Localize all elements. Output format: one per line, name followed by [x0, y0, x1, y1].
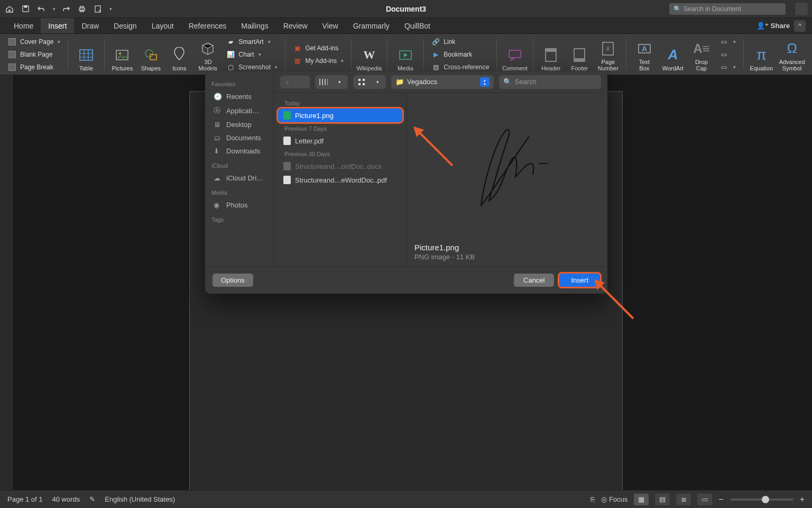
print-icon[interactable]	[77, 4, 87, 14]
outline-view[interactable]: ≣	[676, 494, 691, 505]
image-file-icon	[283, 111, 291, 120]
tab-review[interactable]: Review	[276, 18, 315, 33]
sidebar-item-photos[interactable]: ◉Photos	[210, 199, 268, 211]
tab-view[interactable]: View	[315, 18, 346, 33]
search-in-document[interactable]: 🔍 Search in Document	[669, 3, 786, 15]
focus-mode[interactable]: ◎Focus	[601, 495, 628, 503]
undo-icon[interactable]	[36, 4, 47, 14]
web-layout-view[interactable]: ▤	[655, 494, 670, 505]
grid-view-button[interactable]	[354, 76, 369, 88]
my-addins-button[interactable]: ▦My Add-ins▾	[291, 55, 346, 67]
page-break-button[interactable]: Page Break	[5, 61, 62, 73]
undo-dropdown-icon[interactable]: ▾	[53, 6, 56, 12]
updown-icon: ▴▾	[480, 77, 490, 87]
home-icon[interactable]	[4, 4, 15, 14]
wikipedia-icon: W	[360, 46, 378, 64]
collapse-ribbon-icon[interactable]: ^	[794, 20, 806, 32]
dialog-search-field[interactable]: 🔍 Search	[499, 75, 602, 89]
tab-mailings[interactable]: Mailings	[234, 18, 275, 33]
cover-page-button[interactable]: Cover Page▾	[5, 36, 62, 48]
file-row-letter[interactable]: Letter.pdf	[278, 134, 402, 148]
table-button[interactable]: Table	[73, 36, 99, 72]
smartart-button[interactable]: ▰SmartArt▾	[224, 36, 280, 48]
cancel-button[interactable]: Cancel	[514, 274, 554, 287]
3d-models-icon	[199, 40, 217, 58]
spellcheck-icon[interactable]: ✎	[89, 495, 95, 503]
nav-forward-button[interactable]: ›	[295, 76, 310, 88]
presence-icon[interactable]	[795, 3, 808, 15]
column-view-button[interactable]	[316, 76, 331, 88]
sidebar-item-recents[interactable]: 🕘Recents	[210, 90, 268, 103]
preview-metadata: PNG image - 11 KB	[414, 253, 600, 261]
symbol-button[interactable]: ΩAdvanced Symbol	[777, 36, 807, 72]
dialog-toolbar: ‹ › ▾ ▾ 📁 Vegadocs ▴▾ 🔍	[274, 71, 607, 93]
sidebar-item-downloads[interactable]: ⬇Downloads	[210, 145, 268, 157]
sidebar-item-documents[interactable]: 🗂Documents	[210, 132, 268, 144]
3d-models-button[interactable]: 3D Models	[195, 36, 220, 72]
tab-quillbot[interactable]: QuillBot	[397, 18, 438, 33]
file-row-picture1[interactable]: Picture1.png	[278, 108, 402, 122]
chart-button[interactable]: 📊Chart▾	[224, 49, 280, 60]
header-button[interactable]: Header	[538, 36, 564, 72]
bookmark-button[interactable]: ▶Bookmark	[429, 49, 491, 60]
grouping-dropdown[interactable]: ▾	[370, 76, 385, 88]
date-time-button[interactable]: ▭	[717, 49, 738, 60]
tab-home[interactable]: Home	[6, 18, 41, 33]
language-indicator[interactable]: English (United States)	[105, 495, 175, 503]
shapes-button[interactable]: Shapes	[138, 36, 163, 72]
print-layout-view[interactable]: ▦	[634, 494, 649, 505]
xref-icon: ▤	[431, 62, 440, 72]
wikipedia-button[interactable]: WWikipedia	[356, 36, 382, 72]
shapes-icon	[142, 46, 160, 64]
page-number-button[interactable]: #Page Number	[595, 36, 621, 72]
wordart-button[interactable]: AWordArt	[660, 36, 686, 72]
link-button[interactable]: 🔗Link	[429, 36, 491, 48]
sidebar-item-desktop[interactable]: 🖥Desktop	[210, 119, 268, 131]
smartart-icon: ▰	[226, 37, 235, 47]
sidebar-item-applications[interactable]: ⒶApplicati…	[210, 104, 268, 117]
drop-cap-button[interactable]: A≡Drop Cap	[689, 36, 714, 72]
tab-layout[interactable]: Layout	[144, 18, 181, 33]
get-addins-button[interactable]: ▣Get Add-ins	[291, 42, 346, 54]
zoom-out-button[interactable]: −	[718, 495, 723, 504]
text-box-button[interactable]: AText Box	[632, 36, 657, 72]
tab-draw[interactable]: Draw	[74, 18, 106, 33]
footer-icon	[570, 46, 588, 64]
icons-button[interactable]: Icons	[167, 36, 192, 72]
svg-text:#: #	[607, 46, 610, 52]
insert-button[interactable]: Insert	[559, 274, 600, 287]
signature-line-button[interactable]: ▭▾	[717, 36, 738, 48]
tab-insert[interactable]: Insert	[41, 18, 74, 33]
options-button[interactable]: Options	[213, 274, 253, 287]
draft-view[interactable]: ▭	[697, 494, 712, 505]
redo-icon[interactable]	[61, 4, 71, 14]
zoom-slider[interactable]	[730, 498, 793, 501]
template-icon[interactable]	[93, 4, 103, 14]
tab-references[interactable]: References	[181, 18, 234, 33]
word-count[interactable]: 40 words	[52, 495, 80, 503]
zoom-in-button[interactable]: +	[800, 495, 805, 504]
location-popup[interactable]: 📁 Vegadocs ▴▾	[391, 75, 494, 89]
qat-customize-icon[interactable]: ▾	[109, 6, 112, 12]
file-row-pdf2[interactable]: Structureand…eWordDoc..pdf	[278, 173, 402, 187]
link-icon: 🔗	[431, 37, 440, 47]
nav-back-button[interactable]: ‹	[280, 76, 295, 88]
comment-button[interactable]: Comment	[502, 36, 528, 72]
file-row-docx[interactable]: Structureand…ordDoc..docx	[278, 159, 402, 173]
vertical-ruler[interactable]	[0, 75, 14, 490]
tab-grammarly[interactable]: Grammarly	[346, 18, 397, 33]
share-button[interactable]: 👤⁺ Share	[756, 22, 790, 30]
object-button[interactable]: ▭▾	[717, 61, 738, 73]
view-dropdown[interactable]: ▾	[332, 76, 347, 88]
tab-design[interactable]: Design	[106, 18, 144, 33]
sidebar-item-icloud[interactable]: ☁iCloud Dri…	[210, 172, 268, 184]
footer-button[interactable]: Footer	[567, 36, 592, 72]
media-button[interactable]: Media	[393, 36, 418, 72]
blank-page-button[interactable]: Blank Page	[5, 49, 62, 60]
chart-icon: 📊	[226, 50, 235, 59]
pictures-button[interactable]: Pictures	[109, 36, 135, 72]
save-icon[interactable]	[20, 4, 31, 14]
equation-button[interactable]: πEquation	[749, 36, 774, 72]
page-indicator[interactable]: Page 1 of 1	[7, 495, 43, 503]
accessibility-icon[interactable]: ⎘	[590, 495, 595, 503]
